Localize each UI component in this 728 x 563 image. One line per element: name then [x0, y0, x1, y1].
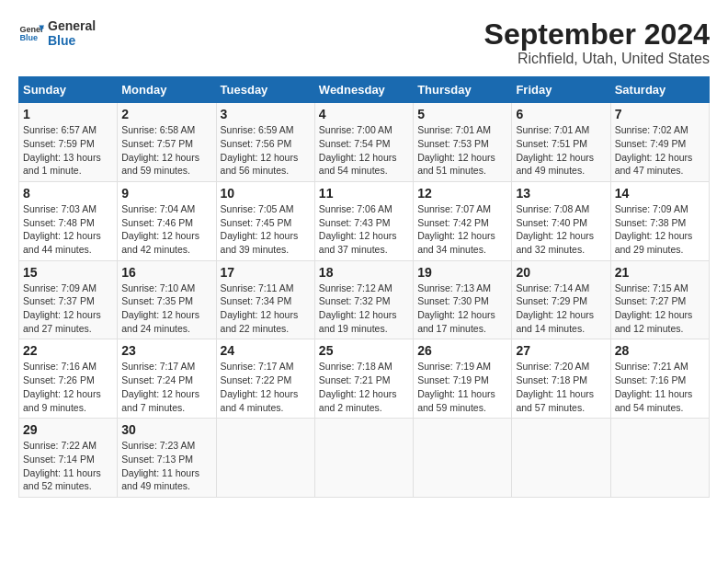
day-number: 3 [221, 107, 311, 121]
day-number: 9 [121, 186, 211, 201]
calendar-cell [512, 419, 610, 498]
week-row-5: 29Sunrise: 7:22 AM Sunset: 7:14 PM Dayli… [19, 419, 710, 498]
weekday-header-friday: Friday [512, 77, 610, 103]
calendar-cell: 2Sunrise: 6:58 AM Sunset: 7:57 PM Daylig… [118, 103, 216, 182]
day-number: 7 [615, 107, 705, 121]
day-number: 17 [221, 265, 311, 280]
calendar-cell: 8Sunrise: 7:03 AM Sunset: 7:48 PM Daylig… [19, 181, 118, 260]
day-number: 23 [121, 343, 211, 358]
calendar-cell: 7Sunrise: 7:02 AM Sunset: 7:49 PM Daylig… [610, 103, 709, 182]
day-number: 24 [221, 343, 311, 358]
day-number: 25 [319, 343, 409, 358]
day-info: Sunrise: 7:13 AM Sunset: 7:30 PM Dayligh… [417, 282, 507, 336]
day-info: Sunrise: 7:08 AM Sunset: 7:40 PM Dayligh… [516, 202, 606, 257]
calendar-cell: 9Sunrise: 7:04 AM Sunset: 7:46 PM Daylig… [118, 181, 216, 260]
calendar-cell [314, 419, 413, 498]
weekday-header-sunday: Sunday [19, 77, 118, 103]
day-info: Sunrise: 7:11 AM Sunset: 7:34 PM Dayligh… [221, 282, 311, 336]
day-number: 14 [615, 186, 705, 201]
calendar-cell [610, 419, 709, 498]
day-number: 19 [417, 265, 507, 280]
day-number: 8 [23, 186, 113, 201]
day-info: Sunrise: 7:10 AM Sunset: 7:35 PM Dayligh… [121, 282, 211, 336]
day-info: Sunrise: 7:01 AM Sunset: 7:53 PM Dayligh… [417, 123, 507, 178]
day-info: Sunrise: 7:21 AM Sunset: 7:16 PM Dayligh… [615, 360, 705, 414]
calendar-cell: 11Sunrise: 7:06 AM Sunset: 7:43 PM Dayli… [314, 181, 413, 260]
calendar-cell: 27Sunrise: 7:20 AM Sunset: 7:18 PM Dayli… [512, 339, 610, 419]
day-number: 21 [615, 265, 705, 280]
day-number: 4 [319, 107, 409, 121]
day-number: 30 [121, 422, 211, 437]
calendar-cell: 18Sunrise: 7:12 AM Sunset: 7:32 PM Dayli… [314, 260, 413, 339]
week-row-4: 22Sunrise: 7:16 AM Sunset: 7:26 PM Dayli… [19, 339, 710, 419]
calendar-cell: 28Sunrise: 7:21 AM Sunset: 7:16 PM Dayli… [610, 339, 709, 419]
calendar-cell: 20Sunrise: 7:14 AM Sunset: 7:29 PM Dayli… [512, 260, 610, 339]
day-number: 15 [23, 265, 113, 280]
calendar-cell: 1Sunrise: 6:57 AM Sunset: 7:59 PM Daylig… [19, 103, 118, 182]
calendar-cell: 3Sunrise: 6:59 AM Sunset: 7:56 PM Daylig… [216, 103, 314, 182]
day-number: 18 [319, 265, 409, 280]
day-number: 16 [121, 265, 211, 280]
day-info: Sunrise: 7:19 AM Sunset: 7:19 PM Dayligh… [417, 360, 507, 414]
calendar-cell: 30Sunrise: 7:23 AM Sunset: 7:13 PM Dayli… [118, 419, 216, 498]
logo-icon: General Blue [18, 20, 44, 46]
calendar-cell: 25Sunrise: 7:18 AM Sunset: 7:21 PM Dayli… [314, 339, 413, 419]
weekday-header-tuesday: Tuesday [216, 77, 314, 103]
day-number: 22 [23, 343, 113, 358]
calendar-cell: 14Sunrise: 7:09 AM Sunset: 7:38 PM Dayli… [610, 181, 709, 260]
calendar-cell [216, 419, 314, 498]
day-number: 5 [417, 107, 507, 121]
day-number: 28 [615, 343, 705, 358]
day-info: Sunrise: 7:00 AM Sunset: 7:54 PM Dayligh… [319, 123, 409, 178]
day-info: Sunrise: 7:17 AM Sunset: 7:22 PM Dayligh… [221, 360, 311, 414]
day-info: Sunrise: 7:09 AM Sunset: 7:38 PM Dayligh… [615, 202, 705, 257]
day-number: 2 [121, 107, 211, 121]
day-info: Sunrise: 7:01 AM Sunset: 7:51 PM Dayligh… [516, 123, 606, 178]
day-info: Sunrise: 6:57 AM Sunset: 7:59 PM Dayligh… [23, 123, 113, 178]
calendar-cell: 19Sunrise: 7:13 AM Sunset: 7:30 PM Dayli… [414, 260, 512, 339]
day-info: Sunrise: 7:17 AM Sunset: 7:24 PM Dayligh… [121, 360, 211, 414]
calendar-cell: 6Sunrise: 7:01 AM Sunset: 7:51 PM Daylig… [512, 103, 610, 182]
logo-general: General [48, 18, 96, 33]
day-info: Sunrise: 6:58 AM Sunset: 7:57 PM Dayligh… [121, 123, 211, 178]
calendar-cell: 21Sunrise: 7:15 AM Sunset: 7:27 PM Dayli… [610, 260, 709, 339]
day-number: 27 [516, 343, 606, 358]
day-info: Sunrise: 7:14 AM Sunset: 7:29 PM Dayligh… [516, 282, 606, 336]
calendar-cell: 10Sunrise: 7:05 AM Sunset: 7:45 PM Dayli… [216, 181, 314, 260]
calendar-cell: 12Sunrise: 7:07 AM Sunset: 7:42 PM Dayli… [414, 181, 512, 260]
day-info: Sunrise: 6:59 AM Sunset: 7:56 PM Dayligh… [221, 123, 311, 178]
calendar-subtitle: Richfield, Utah, United States [484, 51, 710, 67]
day-info: Sunrise: 7:20 AM Sunset: 7:18 PM Dayligh… [516, 360, 606, 414]
calendar-cell: 4Sunrise: 7:00 AM Sunset: 7:54 PM Daylig… [314, 103, 413, 182]
day-number: 1 [23, 107, 113, 121]
day-info: Sunrise: 7:12 AM Sunset: 7:32 PM Dayligh… [319, 282, 409, 336]
day-number: 20 [516, 265, 606, 280]
calendar-cell: 22Sunrise: 7:16 AM Sunset: 7:26 PM Dayli… [19, 339, 118, 419]
calendar-cell: 29Sunrise: 7:22 AM Sunset: 7:14 PM Dayli… [19, 419, 118, 498]
day-info: Sunrise: 7:22 AM Sunset: 7:14 PM Dayligh… [23, 439, 113, 493]
day-number: 29 [23, 422, 113, 437]
day-info: Sunrise: 7:04 AM Sunset: 7:46 PM Dayligh… [121, 202, 211, 257]
logo-blue: Blue [48, 33, 96, 48]
day-info: Sunrise: 7:03 AM Sunset: 7:48 PM Dayligh… [23, 202, 113, 257]
day-info: Sunrise: 7:07 AM Sunset: 7:42 PM Dayligh… [417, 202, 507, 257]
day-info: Sunrise: 7:09 AM Sunset: 7:37 PM Dayligh… [23, 282, 113, 336]
calendar-title: September 2024 [484, 18, 710, 51]
weekday-header-row: SundayMondayTuesdayWednesdayThursdayFrid… [19, 77, 710, 103]
calendar-cell: 16Sunrise: 7:10 AM Sunset: 7:35 PM Dayli… [118, 260, 216, 339]
day-number: 11 [319, 186, 409, 201]
calendar-cell: 15Sunrise: 7:09 AM Sunset: 7:37 PM Dayli… [19, 260, 118, 339]
calendar-table: SundayMondayTuesdayWednesdayThursdayFrid… [18, 76, 710, 498]
day-number: 13 [516, 186, 606, 201]
day-info: Sunrise: 7:16 AM Sunset: 7:26 PM Dayligh… [23, 360, 113, 414]
week-row-1: 1Sunrise: 6:57 AM Sunset: 7:59 PM Daylig… [19, 103, 710, 182]
calendar-cell: 17Sunrise: 7:11 AM Sunset: 7:34 PM Dayli… [216, 260, 314, 339]
calendar-cell: 23Sunrise: 7:17 AM Sunset: 7:24 PM Dayli… [118, 339, 216, 419]
day-info: Sunrise: 7:06 AM Sunset: 7:43 PM Dayligh… [319, 202, 409, 257]
calendar-cell: 5Sunrise: 7:01 AM Sunset: 7:53 PM Daylig… [414, 103, 512, 182]
weekday-header-monday: Monday [118, 77, 216, 103]
weekday-header-saturday: Saturday [610, 77, 709, 103]
week-row-2: 8Sunrise: 7:03 AM Sunset: 7:48 PM Daylig… [19, 181, 710, 260]
calendar-cell: 13Sunrise: 7:08 AM Sunset: 7:40 PM Dayli… [512, 181, 610, 260]
weekday-header-wednesday: Wednesday [314, 77, 413, 103]
